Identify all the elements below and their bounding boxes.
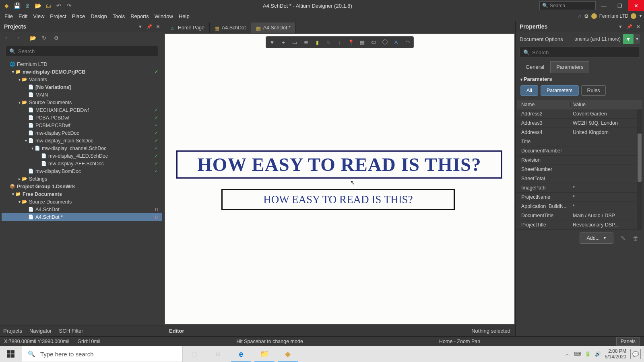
tree-item[interactable]: 📄A4.SchDot *D [2, 213, 162, 221]
grid-body[interactable]: Address2Covent GardenAddress3WC2H 9JQ, L… [517, 109, 642, 230]
tree-item[interactable]: ▾📁mw-display-DEMO.PrjPCB✓ [2, 68, 162, 76]
menu-help[interactable]: Help [176, 12, 192, 20]
tree-item[interactable]: ▾📂Variants [2, 76, 162, 83]
proj-tool-4-icon[interactable]: ↻ [42, 35, 48, 41]
canvas[interactable]: ▼+▭≣▮≈↓📍▦🏷ⓘA◠ HOW EASY TO READ IS THIS? … [165, 34, 514, 324]
properties-more[interactable]: onents (and 11 more) [574, 36, 621, 42]
doc-tab[interactable]: ▦A4.SchDot [210, 23, 251, 33]
tree-item[interactable]: ▾📂Source Documents [2, 99, 162, 106]
panel-pin-icon[interactable]: 📌 [627, 24, 632, 29]
grid-row[interactable]: ProjectName* [517, 193, 642, 202]
tree-item[interactable]: 📄MECHANICAL.PCBDwf✓ [2, 106, 162, 114]
panel-close-icon[interactable]: ✕ [156, 24, 160, 29]
grid-header-value[interactable]: Value [570, 102, 642, 107]
tree-item[interactable]: 📄PCBM.PCBDwf✓ [2, 121, 162, 129]
grid-row[interactable]: Address3WC2H 9JQ, London [517, 119, 642, 128]
tree-item[interactable]: 📄mw-display_4LED.SchDoc✓ [2, 152, 162, 160]
grid-row[interactable]: Address2Covent Garden [517, 109, 642, 119]
panel-close-icon[interactable]: ✕ [636, 24, 640, 29]
menu-file[interactable]: File [2, 12, 16, 20]
menu-place[interactable]: Place [69, 12, 88, 20]
proj-tool-2-icon[interactable]: ▫ [18, 35, 24, 41]
proj-tool-1-icon[interactable]: ▫ [6, 35, 12, 41]
tree-item[interactable]: 📄mw-display.BomDoc✓ [2, 167, 162, 175]
expand-icon[interactable]: ▾ [10, 192, 15, 196]
chip-rules[interactable]: Rules [581, 85, 606, 96]
doc-tab[interactable]: ▦A4.SchDot * [251, 23, 296, 33]
expand-icon[interactable]: ▾ [17, 77, 22, 82]
menu-reports[interactable]: Reports [128, 12, 152, 20]
tray-battery-icon[interactable]: 🔋 [585, 351, 591, 357]
grid-row[interactable]: SheetTotal [517, 174, 642, 183]
expand-icon[interactable]: ▾ [10, 70, 15, 74]
panel-pin-icon[interactable]: 📌 [147, 24, 152, 29]
gear-icon[interactable]: ⚙ [584, 13, 589, 19]
editor-footer-label[interactable]: Editor [169, 328, 184, 334]
home-icon[interactable]: ⌂ [578, 13, 582, 19]
grid-row[interactable]: SheetNumber [517, 165, 642, 174]
doc-tab[interactable]: ⌂Home Page [166, 23, 210, 33]
filter-dropdown-icon[interactable]: ▼ [634, 34, 640, 44]
altium-icon[interactable]: ◆ [276, 346, 299, 362]
grid-row[interactable]: DocumentNumber [517, 146, 642, 156]
tree-item[interactable]: 📦Project Group 1.DsnWrk [2, 183, 162, 190]
proj-tool-3-icon[interactable]: 📂 [30, 35, 36, 41]
tray-keyboard-icon[interactable]: ⌨ [574, 351, 581, 357]
properties-context[interactable]: Document Options [520, 36, 563, 42]
expand-icon[interactable]: ▾ [30, 146, 35, 150]
tree-item[interactable]: 📄A4.SchDotD [2, 206, 162, 213]
titlebar-search[interactable]: 🔍 Search [539, 1, 596, 10]
minimize-button[interactable]: — [596, 0, 612, 11]
taskview-icon[interactable]: ⊞ [206, 346, 229, 362]
menu-edit[interactable]: Edit [16, 12, 30, 20]
tree-item[interactable]: 📄MAIN [2, 91, 162, 99]
chip-all[interactable]: All [520, 85, 538, 96]
stack-icon[interactable]: 🗂 [45, 2, 52, 9]
grid-row[interactable]: Application_BuildN...* [517, 202, 642, 211]
tree-item[interactable]: ▸📂Settings [2, 175, 162, 183]
taskbar-search[interactable]: 🔍 Type here to search [22, 346, 183, 362]
tray-clock[interactable]: 2:08 PM 5/14/2020 [605, 348, 626, 360]
account-label[interactable]: Fermium LTD [599, 13, 628, 19]
panel-dropdown-icon[interactable]: ▼ [138, 24, 142, 29]
expand-icon[interactable]: ▾ [17, 200, 22, 204]
tree-item[interactable]: 📄mw-display-AFE.SchDoc✓ [2, 160, 162, 167]
open-icon[interactable]: 📂 [35, 2, 41, 9]
notifications-icon[interactable]: 💬 [630, 349, 641, 359]
projects-search[interactable]: 🔍 Search [6, 46, 158, 56]
bottom-tab-projects[interactable]: Projects [3, 328, 22, 334]
globe-icon[interactable] [591, 13, 597, 19]
grid-row[interactable]: Title [517, 137, 642, 146]
scrollbar-thumb[interactable] [638, 134, 642, 182]
big-text-frame[interactable]: HOW EASY TO READ IS THIS? [176, 150, 502, 179]
tab-general[interactable]: General [520, 61, 550, 73]
add-button[interactable]: Add... ▼ [580, 232, 613, 244]
grid-row[interactable]: Address4United Kingdom [517, 128, 642, 137]
start-button[interactable] [0, 346, 22, 362]
filter-button[interactable]: ▼ [623, 34, 634, 44]
edit-icon[interactable]: ✎ [621, 235, 625, 241]
grid-header-name[interactable]: Name [517, 102, 570, 107]
menu-tools[interactable]: Tools [110, 12, 128, 20]
tree-item[interactable]: 📄PCBA.PCBDwf✓ [2, 114, 162, 121]
grid-scrollbar[interactable] [637, 109, 642, 230]
tree-item[interactable]: ▾📂Source Documents [2, 198, 162, 206]
panel-dropdown-icon[interactable]: ▼ [618, 24, 623, 29]
redo-icon[interactable]: ↷ [66, 2, 72, 9]
tree-item[interactable]: ▾📁Free Documents [2, 190, 162, 198]
undo-icon[interactable]: ↶ [56, 2, 62, 9]
tree-item[interactable]: ▾📄mw-display_main.SchDoc✓ [2, 137, 162, 144]
tree-item[interactable]: 📄[No Variations] [2, 83, 162, 91]
cortana-icon[interactable]: ◯ [183, 346, 206, 362]
grid-row[interactable]: ImagePath* [517, 183, 642, 193]
grid-row[interactable]: ProjectTitleRevolutionary DSP... [517, 220, 642, 230]
menu-window[interactable]: Window [152, 12, 176, 20]
save-all-icon[interactable]: 🗎 [24, 2, 31, 9]
explorer-icon[interactable]: 📁 [253, 346, 276, 362]
expand-icon[interactable]: ▸ [17, 177, 22, 181]
maximize-button[interactable]: ❐ [612, 0, 628, 11]
panels-button[interactable]: Panels [616, 337, 640, 346]
projects-tree[interactable]: 🌐Fermium LTD▾📁mw-display-DEMO.PrjPCB✓▾📂V… [0, 58, 164, 325]
small-text-frame[interactable]: HOW EASY TO READ IS THIS? [221, 189, 455, 210]
bottom-tab-navigator[interactable]: Navigator [29, 328, 52, 334]
